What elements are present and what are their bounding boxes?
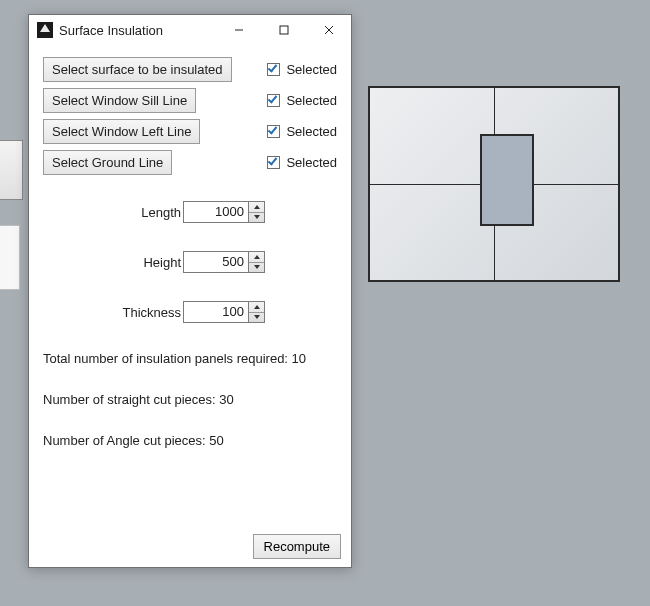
chevron-down-icon: [254, 215, 260, 219]
select-ground-button[interactable]: Select Ground Line: [43, 150, 172, 175]
checkbox-surface[interactable]: [267, 63, 280, 76]
length-spinner[interactable]: [248, 202, 264, 222]
thickness-spinner[interactable]: [248, 302, 264, 322]
chevron-down-icon: [254, 315, 260, 319]
chevron-up-icon: [254, 255, 260, 259]
background-button-stub: [0, 140, 23, 200]
length-row: Length 1000: [43, 201, 337, 223]
height-spin-down[interactable]: [249, 263, 264, 273]
thickness-label: Thickness: [43, 305, 183, 320]
height-row: Height 500: [43, 251, 337, 273]
status-ground: Selected: [286, 155, 337, 170]
svg-rect-1: [280, 26, 288, 34]
length-spin-up[interactable]: [249, 202, 264, 213]
length-value[interactable]: 1000: [184, 202, 248, 222]
length-input[interactable]: 1000: [183, 201, 265, 223]
thickness-spin-up[interactable]: [249, 302, 264, 313]
background-panel-stub: [0, 225, 20, 290]
height-value[interactable]: 500: [184, 252, 248, 272]
result-angle-pieces: Number of Angle cut pieces: 50: [43, 433, 337, 448]
height-spinner[interactable]: [248, 252, 264, 272]
thickness-spin-down[interactable]: [249, 313, 264, 323]
checkbox-left[interactable]: [267, 125, 280, 138]
thickness-input[interactable]: 100: [183, 301, 265, 323]
result-straight-pieces: Number of straight cut pieces: 30: [43, 392, 337, 407]
maximize-icon: [279, 25, 289, 35]
length-label: Length: [43, 205, 183, 220]
thickness-value[interactable]: 100: [184, 302, 248, 322]
select-left-button[interactable]: Select Window Left Line: [43, 119, 200, 144]
client-area: Select surface to be insulated Selected …: [29, 45, 351, 567]
titlebar[interactable]: Surface Insulation: [29, 15, 351, 45]
select-surface-button[interactable]: Select surface to be insulated: [43, 57, 232, 82]
close-button[interactable]: [306, 15, 351, 45]
checkbox-sill[interactable]: [267, 94, 280, 107]
results-block: Total number of insulation panels requir…: [43, 351, 337, 448]
preview-window-rect: [480, 134, 534, 226]
checkbox-ground[interactable]: [267, 156, 280, 169]
select-sill-button[interactable]: Select Window Sill Line: [43, 88, 196, 113]
height-spin-up[interactable]: [249, 252, 264, 263]
select-row-surface: Select surface to be insulated Selected: [43, 57, 337, 82]
chevron-up-icon: [254, 205, 260, 209]
close-icon: [324, 25, 334, 35]
select-row-left: Select Window Left Line Selected: [43, 119, 337, 144]
status-sill: Selected: [286, 93, 337, 108]
preview-panel: [368, 86, 620, 282]
status-surface: Selected: [286, 62, 337, 77]
result-total-panels: Total number of insulation panels requir…: [43, 351, 337, 366]
height-input[interactable]: 500: [183, 251, 265, 273]
chevron-up-icon: [254, 305, 260, 309]
select-row-sill: Select Window Sill Line Selected: [43, 88, 337, 113]
window-surface-insulation: Surface Insulation Select surface to be …: [28, 14, 352, 568]
minimize-icon: [234, 25, 244, 35]
select-row-ground: Select Ground Line Selected: [43, 150, 337, 175]
minimize-button[interactable]: [216, 15, 261, 45]
height-label: Height: [43, 255, 183, 270]
status-left: Selected: [286, 124, 337, 139]
thickness-row: Thickness 100: [43, 301, 337, 323]
maximize-button[interactable]: [261, 15, 306, 45]
app-icon: [37, 22, 53, 38]
chevron-down-icon: [254, 265, 260, 269]
recompute-button[interactable]: Recompute: [253, 534, 341, 559]
length-spin-down[interactable]: [249, 213, 264, 223]
window-title: Surface Insulation: [59, 23, 163, 38]
